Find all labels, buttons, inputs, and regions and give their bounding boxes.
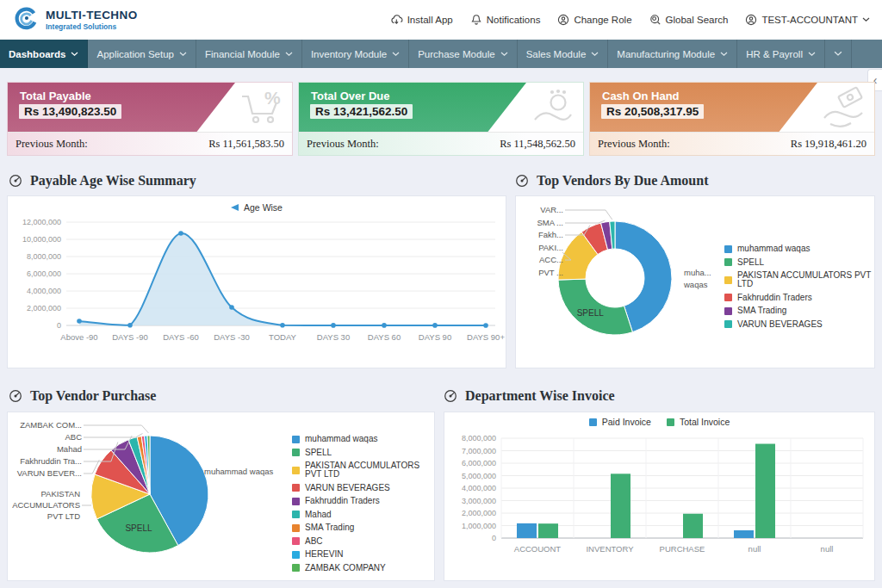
kpi-previous-month: Previous Month: Rs 19,918,461.20 — [590, 132, 874, 155]
data-point[interactable] — [280, 323, 285, 328]
kpi-previous-month: Previous Month: Rs 11,548,562.50 — [299, 132, 583, 155]
logo[interactable]: MULTI-TECHNO Integrated Solutions — [12, 5, 138, 34]
bar-total-invoice[interactable] — [755, 444, 775, 538]
legend-item[interactable]: ABC — [292, 537, 434, 546]
data-point[interactable] — [483, 323, 488, 328]
legend-item[interactable]: Total Invoice — [667, 418, 730, 426]
chevron-down-icon — [808, 52, 816, 57]
chart-text: VAR... — [540, 205, 563, 214]
tab-financial-module[interactable]: Financial Module — [196, 40, 302, 68]
gauge-icon — [444, 389, 457, 403]
bar-total-invoice[interactable] — [611, 473, 630, 538]
legend-label: SMA Trading — [305, 523, 354, 532]
kpi-value: Rs 13,421,562.50 — [310, 104, 413, 119]
chart-text: 2,000,000 — [27, 304, 61, 313]
chart-text: 0 — [57, 321, 61, 330]
tab-more[interactable] — [825, 40, 852, 68]
legend-item[interactable]: Fakhruddin Traders — [292, 497, 434, 505]
chart-text: DAYS 90+ — [467, 332, 505, 342]
legend-item[interactable]: muhammad waqas — [724, 244, 874, 253]
chart-text: PAKISTAN — [40, 489, 80, 498]
chevron-down-icon — [862, 17, 870, 22]
section-title-text: Top Vendor Purchase — [30, 388, 156, 404]
bar-total-invoice[interactable] — [538, 523, 558, 538]
legend-item[interactable]: SMA Trading — [292, 523, 434, 532]
chart-text: ZAMBAK COM... — [20, 420, 82, 430]
logo-title: MULTI-TECHNO — [46, 9, 138, 22]
chart-text: ACC... — [539, 255, 563, 264]
tab-dashboards[interactable]: Dashboards — [0, 40, 88, 68]
area-line — [79, 233, 486, 325]
chart-text: SMA ... — [537, 218, 563, 227]
tab-manufacturing-module[interactable]: Manufacturing Module — [608, 40, 737, 68]
previous-month-value: Rs 19,918,461.20 — [791, 138, 866, 151]
legend-item[interactable]: ZAMBAK COMPANY — [292, 564, 434, 573]
data-point[interactable] — [127, 323, 133, 328]
data-point[interactable] — [382, 323, 387, 328]
legend-item[interactable]: PAKISTAN ACCUMULATORS PVT LTD — [724, 271, 874, 288]
legend-item[interactable]: muhammad waqas — [292, 435, 434, 443]
kpi-card-cash-on-hand: Cash On Hand Rs 20,508,317.95 Previous M… — [589, 82, 875, 156]
data-point[interactable] — [77, 319, 82, 324]
data-point[interactable] — [229, 305, 234, 310]
tab-inventory-module[interactable]: Inventory Module — [302, 40, 409, 68]
main-navbar: Dashboards Application Setup Financial M… — [0, 40, 882, 68]
chart-text: Fakh... — [538, 230, 563, 239]
bar-paid-invoice[interactable] — [517, 523, 537, 538]
legend-label: PAKISTAN ACCUMULATORS PVT LTD — [305, 461, 434, 479]
cloud-download-icon — [390, 14, 403, 26]
legend-item[interactable]: PAKISTAN ACCUMULATORS PVT LTD — [292, 461, 434, 479]
slice-spell[interactable] — [558, 279, 632, 335]
legend-swatch — [292, 511, 300, 518]
data-point[interactable] — [331, 323, 336, 328]
legend-item[interactable]: Mahad — [292, 511, 434, 519]
legend-label: Paid Invoice — [602, 418, 651, 426]
section-title-text: Top Vendors By Due Amount — [537, 173, 708, 189]
legend-swatch — [589, 418, 597, 426]
chevron-down-icon — [285, 52, 293, 57]
legend-item[interactable]: Age Wise — [231, 203, 283, 212]
legend-label: SPELL — [737, 258, 764, 267]
previous-month-value: Rs 11,561,583.50 — [208, 138, 284, 151]
install-app-button[interactable]: Install App — [390, 14, 453, 26]
chart-text: null — [748, 544, 761, 554]
chart-text: VARUN BEVER... — [17, 468, 82, 478]
notifications-button[interactable]: Notifications — [470, 14, 541, 26]
chart-text: 0 — [492, 534, 496, 542]
bar-chart-svg: 01,000,0002,000,0003,000,0004,000,0005,0… — [444, 412, 874, 580]
tab-purchase-module[interactable]: Purchase Module — [409, 40, 518, 68]
data-point[interactable] — [178, 231, 183, 236]
chart-text: null — [821, 544, 834, 554]
legend-item[interactable]: VARUN BEVERAGES — [724, 320, 874, 329]
legend-item[interactable]: VARUN BEVERAGES — [292, 484, 434, 492]
previous-month-label: Previous Month: — [307, 138, 379, 151]
bar-total-invoice[interactable] — [683, 514, 703, 538]
legend-item[interactable]: HEREVIN — [292, 550, 434, 559]
chevron-down-icon — [71, 52, 78, 57]
bar-paid-invoice[interactable] — [734, 530, 754, 538]
tab-sales-module[interactable]: Sales Module — [518, 40, 609, 68]
user-menu[interactable]: TEST-ACCOUNTANT — [745, 14, 870, 26]
legend-swatch — [724, 258, 732, 266]
change-role-button[interactable]: Change Role — [557, 14, 631, 26]
legend-item[interactable]: Paid Invoice — [589, 418, 651, 426]
section-title-text: Department Wise Invoice — [465, 388, 615, 404]
legend-item[interactable]: SMA Trading — [724, 306, 874, 315]
chart-text: TODAY — [269, 332, 297, 342]
panel-top-vendors-due-chart: VAR...SMA ...Fakh...PAKI...ACC...PVT ...… — [515, 195, 875, 368]
kpi-previous-month: Previous Month: Rs 11,561,583.50 — [8, 132, 292, 155]
data-point[interactable] — [432, 323, 438, 328]
user-circle-icon — [745, 14, 757, 26]
legend-item[interactable]: Fakhruddin Traders — [724, 294, 874, 302]
legend-label: Fakhruddin Traders — [737, 294, 812, 302]
chevron-down-icon — [591, 52, 599, 57]
tab-application-setup[interactable]: Application Setup — [88, 40, 196, 68]
legend-swatch — [667, 418, 674, 426]
chart-text: muha... — [684, 268, 711, 277]
global-search-button[interactable]: Global Search — [649, 14, 729, 26]
legend-item[interactable]: SPELL — [292, 449, 434, 457]
legend-item[interactable]: SPELL — [724, 258, 874, 267]
tab-label: Application Setup — [96, 49, 174, 59]
chart-text: PURCHASE — [660, 544, 705, 554]
tab-hr-payroll[interactable]: HR & Payroll — [737, 40, 825, 68]
